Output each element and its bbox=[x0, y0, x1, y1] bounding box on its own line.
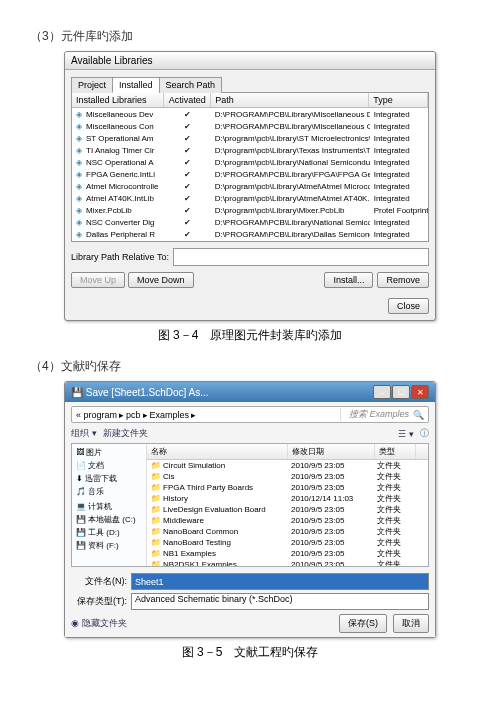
sidebar-item[interactable]: 🎵音乐 bbox=[74, 485, 144, 498]
sidebar-item[interactable]: 💾资料 (F:) bbox=[74, 539, 144, 552]
library-icon: ◈ bbox=[76, 122, 84, 130]
minimize-icon[interactable]: – bbox=[373, 385, 391, 399]
table-row[interactable]: ◈Miscellaneous Con ✔ D:\PROGRAM\PCB\Libr… bbox=[72, 120, 428, 132]
list-item[interactable]: 📁FPGA Third Party Boards 2010/9/5 23:05 … bbox=[147, 482, 428, 493]
sidebar-item[interactable]: 🖼图片 bbox=[74, 446, 144, 459]
table-row[interactable]: ◈Dallas Peripheral R ✔ D:\PROGRAM\PCB\Li… bbox=[72, 228, 428, 240]
table-row[interactable]: ◈NSC Operational A ✔ D:\program\pcb\Libr… bbox=[72, 156, 428, 168]
library-icon: ◈ bbox=[76, 134, 84, 142]
list-item[interactable]: 📁NanoBoard Testing 2010/9/5 23:05 文件夹 bbox=[147, 537, 428, 548]
relpath-input[interactable] bbox=[173, 248, 429, 266]
sidebar-icon: 💻 bbox=[76, 502, 86, 511]
checkbox-icon[interactable]: ✔ bbox=[184, 206, 191, 215]
sidebar: 🖼图片📄文档⬇迅雷下载🎵音乐💻计算机💾本地磁盘 (C:)💾工具 (D:)💾资料 … bbox=[72, 444, 147, 566]
col-type[interactable]: Type bbox=[369, 93, 428, 107]
table-row[interactable]: ◈ST Operational Am ✔ D:\program\pcb\Libr… bbox=[72, 132, 428, 144]
tabs: Project Installed Search Path bbox=[71, 76, 429, 93]
tab-project[interactable]: Project bbox=[71, 77, 113, 93]
figure-caption-1: 图 3－4 原理图元件封装库旳添加 bbox=[30, 327, 470, 344]
table-row[interactable]: ◈Mixer.PcbLib ✔ D:\program\pcb\Library\M… bbox=[72, 204, 428, 216]
section-title-1: （3）元件库旳添加 bbox=[30, 28, 470, 45]
library-icon: ◈ bbox=[76, 206, 84, 214]
checkbox-icon[interactable]: ✔ bbox=[184, 194, 191, 203]
sidebar-item[interactable]: 💾工具 (D:) bbox=[74, 526, 144, 539]
hide-folders-toggle[interactable]: ◉ 隐藏文件夹 bbox=[71, 617, 127, 630]
folder-icon: 📁 bbox=[151, 549, 161, 558]
list-item[interactable]: 📁Middleware 2010/9/5 23:05 文件夹 bbox=[147, 515, 428, 526]
list-item[interactable]: 📁NB1 Examples 2010/9/5 23:05 文件夹 bbox=[147, 548, 428, 559]
col-act[interactable]: Activated bbox=[164, 93, 211, 107]
tab-installed[interactable]: Installed bbox=[112, 77, 160, 93]
breadcrumb[interactable]: « program ▸ pcb ▸ Examples ▸ 搜索 Examples… bbox=[71, 406, 429, 423]
list-item[interactable]: 📁History 2010/12/14 11:03 文件夹 bbox=[147, 493, 428, 504]
folder-icon: 📁 bbox=[151, 472, 161, 481]
checkbox-icon[interactable]: ✔ bbox=[184, 110, 191, 119]
folder-icon: 📁 bbox=[151, 560, 161, 566]
section-title-2: （4）文献旳保存 bbox=[30, 358, 470, 375]
install-button[interactable]: Install... bbox=[324, 272, 373, 288]
maximize-icon[interactable]: ☐ bbox=[392, 385, 410, 399]
library-icon: ◈ bbox=[76, 110, 84, 118]
folder-icon: 📁 bbox=[151, 538, 161, 547]
list-item[interactable]: 📁Cis 2010/9/5 23:05 文件夹 bbox=[147, 471, 428, 482]
filename-input[interactable] bbox=[131, 573, 429, 590]
table-row[interactable]: ◈Atmel AT40K.IntLib ✔ D:\program\pcb\Lib… bbox=[72, 192, 428, 204]
sidebar-icon: 💾 bbox=[76, 541, 86, 550]
sidebar-icon: 📄 bbox=[76, 461, 86, 470]
library-icon: ◈ bbox=[76, 170, 84, 178]
remove-button[interactable]: Remove bbox=[377, 272, 429, 288]
list-item[interactable]: 📁NB2DSK1 Examples 2010/9/5 23:05 文件夹 bbox=[147, 559, 428, 566]
checkbox-icon[interactable]: ✔ bbox=[184, 230, 191, 239]
filetype-select[interactable]: Advanced Schematic binary (*.SchDoc) bbox=[131, 593, 429, 610]
library-icon: ◈ bbox=[76, 218, 84, 226]
checkbox-icon[interactable]: ✔ bbox=[184, 182, 191, 191]
filetype-label: 保存类型(T): bbox=[71, 595, 127, 608]
col-type-f[interactable]: 类型 bbox=[375, 444, 416, 459]
move-down-button[interactable]: Move Down bbox=[128, 272, 194, 288]
search-input[interactable]: 搜索 Examples bbox=[340, 408, 409, 421]
new-folder-button[interactable]: 新建文件夹 bbox=[103, 427, 148, 440]
folder-icon: 📁 bbox=[151, 461, 161, 470]
checkbox-icon[interactable]: ✔ bbox=[184, 122, 191, 131]
view-icon[interactable]: ☰ ▾ bbox=[398, 429, 414, 439]
col-name[interactable]: 名称 bbox=[147, 444, 288, 459]
table-row[interactable]: ◈NSC Converter Dig ✔ D:\PROGRAM\PCB\Libr… bbox=[72, 216, 428, 228]
save-button[interactable]: 保存(S) bbox=[339, 614, 387, 633]
checkbox-icon[interactable]: ✔ bbox=[184, 134, 191, 143]
close-icon[interactable]: ✕ bbox=[411, 385, 429, 399]
table-row[interactable]: ◈Atmel Microcontrolle ✔ D:\program\pcb\L… bbox=[72, 180, 428, 192]
checkbox-icon[interactable]: ✔ bbox=[184, 218, 191, 227]
help-icon[interactable]: ⓘ bbox=[420, 427, 429, 440]
library-icon: ◈ bbox=[76, 230, 84, 238]
search-icon[interactable]: 🔍 bbox=[413, 410, 424, 420]
table-row[interactable]: ◈TI Analog Timer Cir ✔ D:\program\pcb\Li… bbox=[72, 144, 428, 156]
checkbox-icon[interactable]: ✔ bbox=[184, 146, 191, 155]
table-row[interactable]: ◈FPGA Generic.IntLi ✔ D:\PROGRAM\PCB\Lib… bbox=[72, 168, 428, 180]
col-date[interactable]: 修改日期 bbox=[288, 444, 375, 459]
file-list: 名称 修改日期 类型 📁Circuit Simulation 2010/9/5 … bbox=[147, 444, 428, 566]
sidebar-item[interactable]: 💾本地磁盘 (C:) bbox=[74, 513, 144, 526]
organize-button[interactable]: 组织 ▾ bbox=[71, 427, 97, 440]
close-button[interactable]: Close bbox=[388, 298, 429, 314]
list-item[interactable]: 📁Circuit Simulation 2010/9/5 23:05 文件夹 bbox=[147, 460, 428, 471]
tab-search-path[interactable]: Search Path bbox=[159, 77, 223, 93]
sidebar-icon: 🖼 bbox=[76, 448, 84, 457]
libraries-table: Installed Libraries Activated Path Type … bbox=[71, 93, 429, 242]
checkbox-icon[interactable]: ✔ bbox=[184, 158, 191, 167]
list-item[interactable]: 📁NanoBoard Common 2010/9/5 23:05 文件夹 bbox=[147, 526, 428, 537]
checkbox-icon[interactable]: ✔ bbox=[184, 170, 191, 179]
list-item[interactable]: 📁LiveDesign Evaluation Board 2010/9/5 23… bbox=[147, 504, 428, 515]
table-row[interactable]: ◈Miscellaneous Dev ✔ D:\PROGRAM\PCB\Libr… bbox=[72, 108, 428, 120]
folder-icon: 📁 bbox=[151, 505, 161, 514]
col-path[interactable]: Path bbox=[211, 93, 369, 107]
dialog-title: Available Libraries bbox=[65, 52, 435, 70]
sidebar-item[interactable]: 💻计算机 bbox=[74, 500, 144, 513]
cancel-button[interactable]: 取消 bbox=[393, 614, 429, 633]
sidebar-icon: 💾 bbox=[76, 515, 86, 524]
library-icon: ◈ bbox=[76, 158, 84, 166]
sidebar-item[interactable]: ⬇迅雷下载 bbox=[74, 472, 144, 485]
sidebar-icon: 🎵 bbox=[76, 487, 86, 496]
col-lib[interactable]: Installed Libraries bbox=[72, 93, 164, 107]
sidebar-item[interactable]: 📄文档 bbox=[74, 459, 144, 472]
move-up-button[interactable]: Move Up bbox=[71, 272, 125, 288]
